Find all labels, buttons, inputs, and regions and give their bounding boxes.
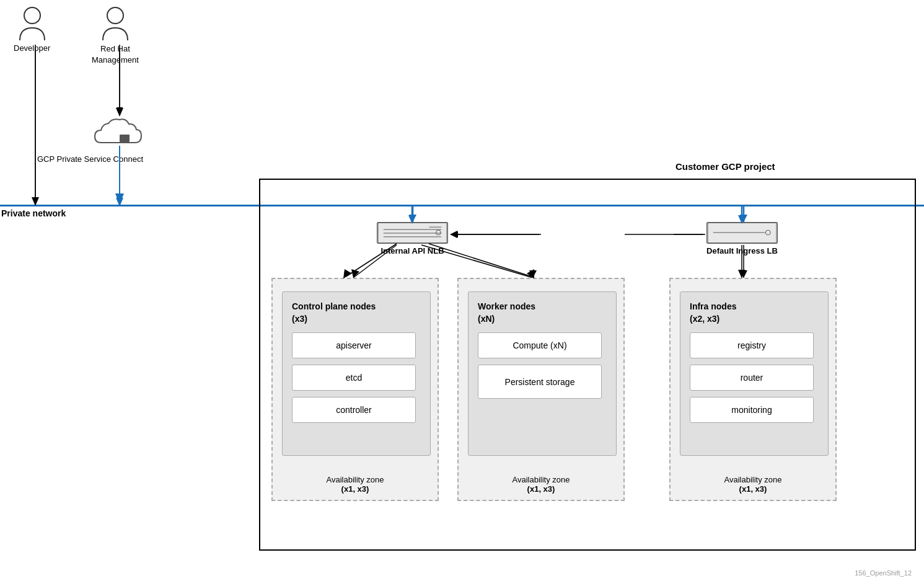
internal-api-nlb: Internal API NLB <box>377 222 448 244</box>
svg-rect-21 <box>120 135 130 142</box>
svg-marker-5 <box>115 193 124 205</box>
internal-api-nlb-label: Internal API NLB <box>377 246 448 255</box>
registry-component: registry <box>690 332 814 358</box>
worker-nodes-subtitle: (xN) <box>478 314 607 324</box>
worker-nodes-title: Worker nodes <box>478 301 607 311</box>
svg-marker-1 <box>32 197 38 205</box>
gcp-private-service-label: GCP Private Service Connect <box>37 154 143 164</box>
default-ingress-lb: Default Ingress LB <box>706 222 778 244</box>
cloud-icon <box>92 115 147 151</box>
etcd-component: etcd <box>292 365 416 391</box>
control-plane-title: Control plane nodes <box>292 301 421 311</box>
watermark: 156_OpenShift_12 <box>855 569 912 577</box>
developer-label: Developer <box>14 43 50 53</box>
svg-point-19 <box>24 7 40 24</box>
redhat-actor: Red HatManagement <box>92 6 139 66</box>
availability-zone-2: Worker nodes (xN) Compute (xN) Persisten… <box>457 278 625 501</box>
apiserver-component: apiserver <box>292 332 416 358</box>
control-plane-subtitle: (x3) <box>292 314 421 324</box>
controller-component: controller <box>292 397 416 423</box>
control-plane-nodes-group: Control plane nodes (x3) apiserver etcd … <box>282 291 431 456</box>
svg-point-20 <box>107 7 123 24</box>
persistent-storage-component: Persistent storage <box>478 365 602 399</box>
compute-component: Compute (xN) <box>478 332 602 358</box>
monitoring-component: monitoring <box>690 397 814 423</box>
svg-marker-3 <box>117 107 123 115</box>
private-network-label: Private network <box>1 208 66 218</box>
worker-nodes-group: Worker nodes (xN) Compute (xN) Persisten… <box>468 291 617 456</box>
availability-zone-3: Infra nodes (x2, x3) registry router mon… <box>669 278 837 501</box>
diagram-container: Developer Red HatManagement GCP Private … <box>0 0 924 586</box>
developer-person-icon <box>17 6 48 40</box>
az1-label: Availability zone (x1, x3) <box>273 475 438 494</box>
router-component: router <box>690 365 814 391</box>
customer-gcp-project-label: Customer GCP project <box>675 161 775 172</box>
developer-actor: Developer <box>14 6 50 53</box>
az3-label: Availability zone (x1, x3) <box>671 475 835 494</box>
redhat-label: Red HatManagement <box>92 43 139 66</box>
default-ingress-lb-label: Default Ingress LB <box>706 246 778 255</box>
infra-nodes-group: Infra nodes (x2, x3) registry router mon… <box>680 291 829 456</box>
infra-nodes-subtitle: (x2, x3) <box>690 314 819 324</box>
infra-nodes-title: Infra nodes <box>690 301 819 311</box>
redhat-person-icon <box>100 6 131 40</box>
availability-zone-1: Control plane nodes (x3) apiserver etcd … <box>271 278 439 501</box>
az2-label: Availability zone (x1, x3) <box>459 475 623 494</box>
